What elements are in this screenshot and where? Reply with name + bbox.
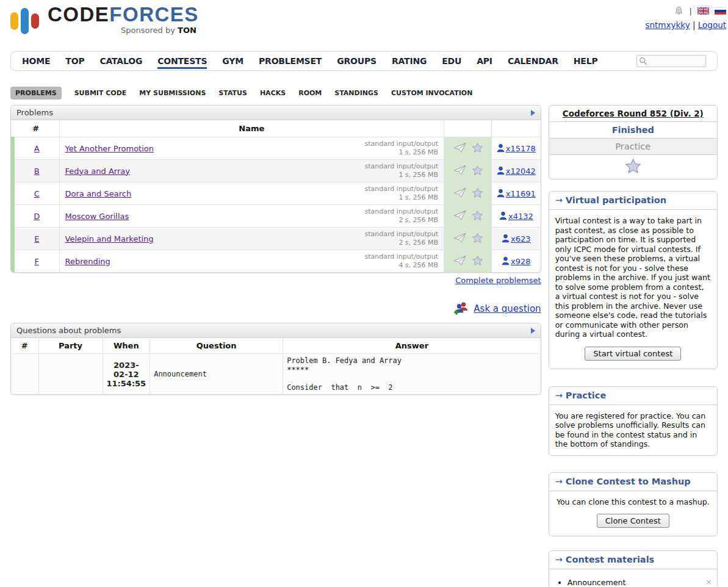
submit-plane-icon[interactable] — [453, 255, 466, 268]
problem-name-link[interactable]: Yet Another Promotion — [65, 144, 154, 153]
problem-letter-link[interactable]: A — [34, 144, 40, 153]
contest-title-link[interactable]: Codeforces Round 852 (Div. 2) — [563, 109, 704, 118]
tab-custom-invocation[interactable]: CUSTOM INVOCATION — [391, 89, 472, 97]
nav-item-help[interactable]: HELP — [574, 56, 598, 66]
submit-plane-icon[interactable] — [453, 187, 466, 200]
practice-body-text: You are registered for practice. You can… — [549, 405, 717, 455]
nav-item-home[interactable]: HOME — [22, 56, 50, 66]
problem-row-C: C Dora and Search standard input/output1… — [13, 182, 541, 205]
problem-name-link[interactable]: Rebrending — [65, 257, 110, 266]
nav-item-problemset[interactable]: PROBLEMSET — [259, 56, 322, 66]
collapse-arrow-icon[interactable] — [531, 328, 535, 334]
problem-letter-link[interactable]: B — [34, 167, 40, 176]
favorite-star-icon[interactable] — [472, 165, 483, 177]
contest-title-row: Codeforces Round 852 (Div. 2) — [549, 106, 717, 122]
search-icon — [639, 57, 647, 65]
col-name: Name — [59, 120, 444, 137]
tab-room[interactable]: ROOM — [298, 89, 322, 97]
problem-name-link[interactable]: Moscow Gorillas — [65, 212, 129, 221]
contest-favorite-star-icon[interactable] — [625, 159, 641, 173]
nav-item-groups[interactable]: GROUPS — [337, 56, 377, 66]
solved-count-link[interactable]: x928 — [502, 257, 531, 266]
submit-plane-icon[interactable] — [453, 142, 466, 155]
tab-my-submissions[interactable]: MY SUBMISSIONS — [139, 89, 206, 97]
col-q-party: Party — [38, 338, 103, 354]
problem-limits: standard input/output4 s, 256 MB — [365, 253, 439, 270]
codeforces-logo[interactable]: CODEFORCES Sponsored by TON — [10, 4, 199, 40]
arrow-icon: → — [555, 477, 563, 486]
submit-plane-icon[interactable] — [453, 165, 466, 178]
virtual-participation-box: →Virtual participation Virtual contest i… — [549, 191, 718, 369]
favorite-star-icon[interactable] — [472, 256, 483, 267]
submit-plane-icon[interactable] — [453, 232, 466, 245]
contest-mode: Practice — [549, 139, 717, 155]
codeforces-contest-page: CODEFORCES Sponsored by TON | sntmxykky … — [0, 0, 728, 587]
problem-limits: standard input/output2 s, 256 MB — [365, 230, 439, 247]
problem-limits: standard input/output2 s, 256 MB — [365, 207, 439, 225]
nav-item-gym[interactable]: GYM — [222, 56, 243, 66]
solver-person-icon — [497, 166, 505, 175]
nav-item-api[interactable]: API — [477, 56, 492, 66]
favorite-star-icon[interactable] — [472, 233, 483, 245]
tab-hacks[interactable]: HACKS — [260, 89, 286, 97]
nav-item-catalog[interactable]: CATALOG — [99, 56, 142, 66]
tab-submit-code[interactable]: SUBMIT CODE — [74, 89, 127, 97]
problem-letter-link[interactable]: C — [34, 189, 40, 198]
logout-link[interactable]: Logout — [698, 20, 726, 30]
solved-count-link[interactable]: x11691 — [497, 189, 536, 198]
questions-caption-bar: Questions about problems — [11, 323, 541, 338]
practice-caption: →Practice — [549, 387, 717, 405]
problems-table: # Name A Yet Another Promotion standard … — [11, 120, 541, 272]
start-virtual-contest-button[interactable]: Start virtual contest — [585, 347, 681, 361]
col-q-question: Question — [150, 338, 283, 354]
favorite-star-icon[interactable] — [472, 211, 483, 222]
problem-name-link[interactable]: Dora and Search — [65, 189, 132, 198]
col-q-answer: Answer — [283, 338, 541, 354]
virtual-caption: →Virtual participation — [549, 192, 717, 210]
tab-status[interactable]: STATUS — [218, 89, 247, 97]
nav-item-top[interactable]: TOP — [65, 56, 84, 66]
ru-flag-icon[interactable] — [715, 7, 726, 15]
clone-contest-box: →Clone Contest to Mashup You can clone t… — [549, 472, 718, 537]
problem-letter-link[interactable]: E — [34, 234, 39, 243]
bell-icon[interactable] — [674, 6, 684, 16]
username-link[interactable]: sntmxykky — [645, 20, 690, 30]
contest-star-row — [549, 155, 717, 179]
material-item-announcement[interactable]: × Announcement — [568, 578, 717, 587]
ask-question-link[interactable]: Ask a question — [474, 303, 541, 314]
nav-item-edu[interactable]: EDU — [442, 56, 461, 66]
solver-person-icon — [502, 256, 510, 265]
solved-count-link[interactable]: x15178 — [497, 144, 536, 153]
questions-box: Questions about problems # Party When Qu… — [10, 323, 541, 395]
nav-item-rating[interactable]: RATING — [392, 56, 427, 66]
clone-body-text: You can clone this contest to a mashup. — [549, 491, 717, 513]
problem-name-link[interactable]: Fedya and Array — [65, 167, 130, 176]
user-row: sntmxykky | Logout — [645, 20, 726, 30]
col-actions — [444, 120, 492, 137]
uk-flag-icon[interactable] — [697, 7, 709, 15]
solved-count-link[interactable]: x623 — [502, 234, 531, 243]
close-icon[interactable]: × — [705, 578, 712, 586]
favorite-star-icon[interactable] — [472, 143, 483, 154]
clone-contest-button[interactable]: Clone Contest — [597, 514, 669, 528]
col-q-num: # — [11, 338, 38, 354]
favorite-star-icon[interactable] — [472, 188, 483, 200]
problem-name-link[interactable]: Velepin and Marketing — [65, 234, 154, 243]
solved-count-link[interactable]: x4132 — [499, 212, 533, 221]
contest-materials-box: →Contest materials × Announcement × Tuto… — [549, 550, 718, 587]
problem-letter-link[interactable]: D — [34, 212, 40, 221]
col-q-when: When — [103, 338, 150, 354]
submit-plane-icon[interactable] — [453, 210, 466, 223]
complete-problemset-link[interactable]: Complete problemset — [455, 276, 541, 285]
language-row: | — [645, 6, 726, 16]
nav-item-contests[interactable]: CONTESTS — [157, 56, 207, 66]
questions-header-row: # Party When Question Answer — [11, 338, 541, 354]
solved-count-link[interactable]: x12042 — [497, 167, 536, 176]
tab-standings[interactable]: STANDINGS — [334, 89, 378, 97]
arrow-icon: → — [555, 391, 563, 400]
tab-problems[interactable]: PROBLEMS — [10, 87, 62, 99]
problem-letter-link[interactable]: F — [35, 257, 39, 266]
question-answer: Problem B. Fedya and Array ***** Conside… — [283, 354, 541, 395]
nav-item-calendar[interactable]: CALENDAR — [508, 56, 558, 66]
collapse-arrow-icon[interactable] — [531, 110, 535, 116]
